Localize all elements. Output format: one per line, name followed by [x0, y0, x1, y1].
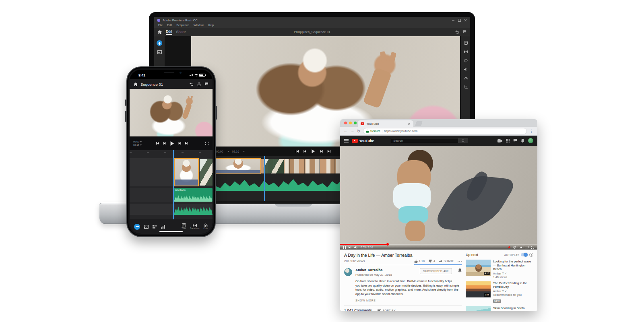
- share-button[interactable]: SHARE: [439, 259, 454, 263]
- titles-tool[interactable]: Titles: [182, 223, 186, 230]
- autoplay-toggle[interactable]: [521, 253, 528, 256]
- menu-help[interactable]: Help: [208, 24, 214, 27]
- selected-clip[interactable]: [215, 158, 261, 174]
- voiceover-waveform[interactable]: [174, 204, 213, 215]
- minimize-icon[interactable]: [452, 19, 455, 22]
- transitions-tool[interactable]: Transitions: [190, 223, 199, 230]
- home-indicator[interactable]: [159, 231, 183, 233]
- subscribe-button[interactable]: SUBSCRIBED 40K: [420, 268, 452, 274]
- color-icon[interactable]: [464, 59, 468, 62]
- browser-tab[interactable]: YouTube: [358, 120, 413, 127]
- browser-menu-icon[interactable]: ⋮: [530, 129, 534, 133]
- menu-edit[interactable]: Edit: [167, 24, 172, 27]
- audio-icon[interactable]: [464, 68, 468, 71]
- next-clip-button[interactable]: [185, 142, 188, 145]
- apps-grid-icon[interactable]: [506, 139, 510, 142]
- selected-video-clip[interactable]: [174, 158, 199, 186]
- step-forward-button[interactable]: [178, 142, 181, 145]
- undo-icon[interactable]: [455, 30, 459, 34]
- tab-share[interactable]: Share: [176, 30, 186, 34]
- up-next-item[interactable]: 4:15 Looking for the perfect wave — Surf…: [466, 260, 533, 279]
- media-browser-icon[interactable]: [144, 225, 149, 229]
- show-more-button[interactable]: SHOW MORE: [355, 299, 462, 302]
- titles-icon[interactable]: [464, 41, 468, 45]
- close-icon[interactable]: [464, 19, 467, 22]
- zoom-window-icon[interactable]: [354, 122, 357, 124]
- notifications-bell-icon[interactable]: [521, 139, 524, 143]
- speed-icon[interactable]: [464, 76, 468, 80]
- info-icon[interactable]: [529, 253, 533, 257]
- channel-name[interactable]: Amber Torrealba: [355, 268, 392, 272]
- tracks-icon[interactable]: [153, 225, 157, 229]
- add-media-button[interactable]: [134, 224, 140, 230]
- dislike-button[interactable]: 4: [429, 259, 435, 263]
- prev-clip-button[interactable]: [296, 150, 299, 153]
- feedback-icon[interactable]: [204, 83, 208, 86]
- play-button[interactable]: [170, 141, 174, 146]
- fullscreen-icon[interactable]: [531, 246, 534, 249]
- reload-icon[interactable]: ↻: [357, 129, 360, 133]
- dropdown-caret-icon[interactable]: [243, 151, 245, 152]
- menu-sequence[interactable]: Sequence: [176, 24, 189, 27]
- home-icon[interactable]: [158, 30, 162, 34]
- prev-clip-button[interactable]: [156, 142, 159, 145]
- playhead[interactable]: [173, 150, 174, 219]
- transitions-icon[interactable]: [464, 50, 468, 54]
- step-back-button[interactable]: [303, 150, 307, 153]
- settings-gear-icon[interactable]: [513, 246, 516, 249]
- account-avatar[interactable]: [528, 138, 533, 143]
- crop-icon[interactable]: [464, 85, 468, 89]
- playhead[interactable]: [264, 156, 265, 201]
- pause-icon[interactable]: [343, 246, 346, 249]
- up-next-item[interactable]: 2:38 The Perfect Ending to the Perfect D…: [466, 281, 533, 303]
- new-tab-button[interactable]: [415, 121, 423, 126]
- youtube-logo[interactable]: YouTube: [352, 138, 374, 143]
- video-thumbnail[interactable]: 2:38: [466, 281, 491, 297]
- forward-icon[interactable]: →: [351, 129, 355, 133]
- minimize-window-icon[interactable]: [349, 122, 352, 124]
- url-field[interactable]: Secure https://www.youtube.com: [363, 128, 527, 134]
- channel-avatar[interactable]: [344, 268, 352, 276]
- media-browser-icon[interactable]: [157, 50, 162, 54]
- next-clip-button[interactable]: [327, 150, 330, 153]
- add-media-button[interactable]: [157, 40, 162, 46]
- up-next-item[interactable]: 3:02 Skim Boarding in Santa Monica With …: [466, 306, 533, 311]
- search-input[interactable]: Search: [391, 138, 458, 143]
- theater-mode-icon[interactable]: [525, 246, 528, 248]
- step-back-button[interactable]: [163, 142, 166, 145]
- feedback-icon[interactable]: [462, 30, 466, 34]
- undo-icon[interactable]: [190, 83, 194, 86]
- dropdown-caret-icon[interactable]: [227, 151, 229, 152]
- share-icon[interactable]: [197, 82, 201, 87]
- fullscreen-icon[interactable]: [205, 142, 209, 145]
- audio-clip[interactable]: Wild Surfin: [174, 188, 213, 202]
- messages-icon[interactable]: [513, 139, 517, 142]
- dropdown-caret-icon[interactable]: [140, 144, 142, 146]
- color-tool[interactable]: Color: [204, 223, 208, 230]
- next-icon[interactable]: [349, 246, 351, 249]
- volume-icon[interactable]: [354, 246, 358, 249]
- video-thumbnail[interactable]: 4:15: [466, 260, 491, 276]
- like-button[interactable]: 1.1K: [414, 259, 425, 263]
- step-forward-button[interactable]: [320, 150, 323, 153]
- palm-clip-segment[interactable]: [264, 159, 284, 173]
- menu-file[interactable]: File: [158, 24, 163, 27]
- mobile-timeline[interactable]: Wild Surfin: [130, 150, 213, 219]
- upload-icon[interactable]: [497, 139, 502, 142]
- close-tab-icon[interactable]: [408, 122, 411, 125]
- back-icon[interactable]: ←: [344, 129, 348, 133]
- more-actions-icon[interactable]: [458, 261, 462, 262]
- tab-edit[interactable]: Edit: [166, 29, 172, 34]
- channel-bell-icon[interactable]: [458, 268, 462, 272]
- menu-window[interactable]: Window: [194, 24, 204, 27]
- search-button[interactable]: [458, 138, 468, 143]
- miniplayer-icon[interactable]: [519, 246, 522, 248]
- play-button[interactable]: [311, 149, 315, 153]
- video-thumbnail[interactable]: 3:02: [466, 306, 491, 311]
- next-video-clip[interactable]: [200, 159, 213, 186]
- sort-by-button[interactable]: SORT BY: [378, 309, 396, 311]
- home-icon[interactable]: [134, 83, 138, 86]
- graphics-icon[interactable]: [161, 225, 165, 229]
- menu-icon[interactable]: [344, 139, 349, 142]
- video-player[interactable]: 0:53 / 3:16: [340, 146, 537, 250]
